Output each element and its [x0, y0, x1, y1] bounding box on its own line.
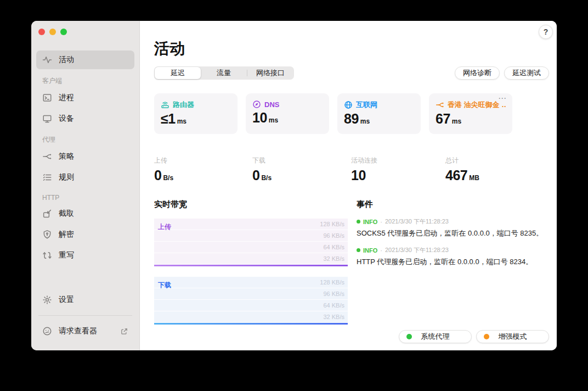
latency-test-button[interactable]: 延迟测试	[504, 66, 549, 80]
stat-total: 总计 467MB	[445, 156, 549, 183]
event-level: INFO	[363, 219, 377, 225]
tab-traffic[interactable]: 流量	[201, 67, 247, 79]
events-title: 事件	[357, 199, 549, 210]
card-label: DNS	[264, 100, 279, 109]
main-content: ? 活动 延迟 流量 网络接口 网络诊断 延迟测试 路由器	[140, 21, 557, 350]
card-header: 路由器	[161, 100, 231, 110]
close-button[interactable]	[38, 29, 45, 35]
card-header: 香港 油尖旺御金 …	[436, 100, 506, 110]
event-time: 2021/3/30 下午11:28:23	[385, 217, 449, 226]
sidebar: 活动 客户端 进程 设备 代理 策略	[31, 21, 140, 350]
events-section: 事件 INFO · 2021/3/30 下午11:28:23 SOCKS5 代理…	[357, 199, 549, 325]
sidebar-item-capture[interactable]: 截取	[36, 204, 134, 223]
minimize-button[interactable]	[49, 29, 56, 35]
latency-cards: 路由器 ≤1 ms DNS 10 ms	[154, 93, 549, 134]
y-tick: 64 KB/s	[323, 244, 344, 250]
network-diagnostics-button[interactable]: 网络诊断	[455, 66, 500, 80]
zoom-button[interactable]	[60, 29, 67, 35]
shield-key-icon	[42, 230, 52, 239]
sidebar-nav: 活动 客户端 进程 设备 代理 策略	[36, 49, 134, 342]
status-dot	[406, 334, 412, 339]
event-meta: INFO · 2021/3/30 下午11:28:23	[357, 246, 549, 254]
header-actions: 网络诊断 延迟测试	[455, 66, 549, 80]
sidebar-item-label: 策略	[59, 152, 74, 161]
event-meta: INFO · 2021/3/30 下午11:28:23	[357, 217, 549, 226]
sidebar-item-devices[interactable]: 设备	[36, 109, 134, 128]
help-button[interactable]: ?	[539, 25, 553, 39]
sidebar-item-request-viewer[interactable]: 请求查看器	[36, 322, 134, 340]
sidebar-item-settings[interactable]: 设置	[36, 291, 134, 309]
card-value: 10 ms	[252, 110, 323, 126]
y-tick: 32 KB/s	[323, 255, 344, 262]
sidebar-item-label: 截取	[59, 209, 74, 219]
activity-tabs: 延迟 流量 网络接口	[154, 66, 294, 80]
event-time: 2021/3/30 下午11:28:23	[385, 246, 449, 254]
sidebar-item-label: 进程	[59, 93, 74, 103]
bandwidth-section: 实时带宽 上传 128 KB/s 96 KB/s 64 KB/s 32 KB/s…	[154, 199, 348, 325]
system-proxy-toggle[interactable]: 系统代理	[399, 330, 472, 343]
download-bandwidth-chart: 下载 128 KB/s 96 KB/s 64 KB/s 32 KB/s	[154, 277, 348, 325]
sidebar-item-label: 设置	[59, 295, 74, 305]
event-message: HTTP 代理服务已启动，监听在 0.0.0.0，端口号 8234。	[357, 257, 549, 267]
stat-active-connections: 活动连接 10	[351, 156, 445, 183]
sidebar-item-rewrite[interactable]: 重写	[36, 246, 134, 265]
capture-icon	[42, 209, 52, 219]
card-value: ≤1 ms	[161, 111, 231, 127]
card-more-button[interactable]: ⋯	[498, 93, 507, 103]
latency-card-proxy-policy: ⋯ 香港 油尖旺御金 … 67 ms	[429, 93, 512, 134]
card-header: DNS	[252, 100, 323, 109]
latency-card-dns: DNS 10 ms	[246, 93, 329, 134]
sidebar-item-label: 活动	[59, 55, 74, 65]
sidebar-section-proxy: 代理	[36, 135, 134, 144]
latency-card-internet: 互联网 89 ms	[337, 93, 421, 134]
sidebar-item-activity[interactable]: 活动	[36, 51, 134, 69]
y-tick: 128 KB/s	[320, 221, 344, 227]
event-item: INFO · 2021/3/30 下午11:28:23 SOCKS5 代理服务已…	[357, 217, 549, 238]
stat-download: 下载 0B/s	[252, 156, 351, 183]
chart-label-upload: 上传	[158, 222, 171, 232]
external-link-icon	[120, 327, 128, 336]
sidebar-section-client: 客户端	[36, 76, 134, 86]
lower-columns: 实时带宽 上传 128 KB/s 96 KB/s 64 KB/s 32 KB/s…	[154, 199, 549, 325]
rewrite-icon	[42, 250, 52, 260]
window-controls	[36, 29, 134, 35]
card-header: 互联网	[344, 100, 414, 110]
controls-row: 延迟 流量 网络接口 网络诊断 延迟测试	[154, 66, 549, 80]
tab-interfaces[interactable]: 网络接口	[247, 67, 293, 79]
sidebar-item-label: 请求查看器	[59, 326, 97, 336]
monitor-icon	[42, 114, 52, 124]
sidebar-divider	[38, 315, 132, 316]
face-icon	[42, 326, 52, 336]
sidebar-item-processes[interactable]: 进程	[36, 88, 134, 107]
y-tick: 96 KB/s	[323, 232, 344, 239]
policy-icon	[42, 152, 52, 161]
sidebar-item-policies[interactable]: 策略	[36, 147, 134, 166]
sidebar-item-label: 设备	[59, 114, 74, 124]
event-level-dot	[357, 220, 360, 224]
sidebar-item-mitm[interactable]: 解密	[36, 225, 134, 244]
globe-icon	[344, 100, 353, 109]
upload-series-line	[154, 265, 348, 266]
sidebar-item-label: 规则	[59, 172, 74, 182]
enhanced-mode-toggle[interactable]: 增强模式	[476, 330, 549, 343]
sidebar-item-label: 解密	[59, 230, 74, 239]
terminal-icon	[42, 93, 52, 103]
event-message: SOCKS5 代理服务已启动，监听在 0.0.0.0，端口号 8235。	[357, 228, 549, 238]
event-item: INFO · 2021/3/30 下午11:28:23 HTTP 代理服务已启动…	[357, 246, 549, 267]
card-value: 89 ms	[344, 111, 414, 127]
tab-latency[interactable]: 延迟	[155, 67, 201, 79]
policy-icon	[436, 100, 444, 109]
activity-icon	[42, 55, 52, 65]
sidebar-section-http: HTTP	[36, 194, 134, 202]
card-value: 67 ms	[436, 111, 506, 127]
card-label: 互联网	[356, 100, 377, 110]
app-window: 活动 客户端 进程 设备 代理 策略	[31, 21, 557, 350]
gear-icon	[42, 295, 52, 305]
card-label: 香港 油尖旺御金 …	[448, 100, 506, 110]
page-title: 活动	[154, 38, 549, 59]
sidebar-item-rules[interactable]: 规则	[36, 168, 134, 187]
stat-upload: 上传 0B/s	[154, 156, 252, 183]
download-series-line	[154, 323, 348, 325]
status-dot	[484, 334, 489, 339]
sidebar-item-label: 重写	[59, 250, 74, 260]
